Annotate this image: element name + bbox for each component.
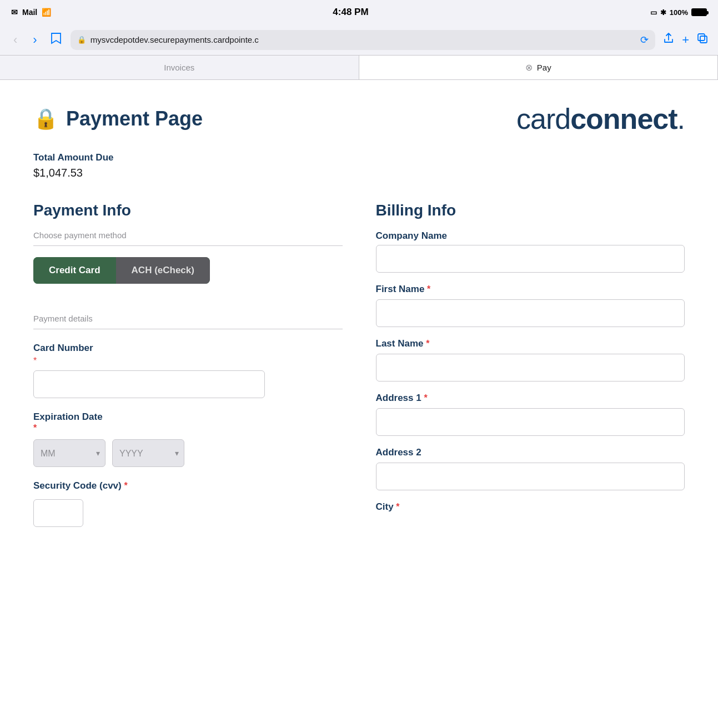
details-divider (33, 329, 343, 329)
share-button[interactable] (662, 32, 675, 48)
page-content: 🔒 Payment Page cardconnect. Total Amount… (0, 80, 718, 563)
first-name-input[interactable] (376, 299, 685, 327)
address1-field: Address 1 * (376, 393, 685, 436)
year-select[interactable]: YYYY 2024202520262027 202820292030 (112, 439, 184, 467)
forward-button[interactable]: › (28, 31, 41, 49)
city-label: City * (376, 501, 685, 513)
mail-label: Mail (22, 8, 37, 17)
month-select[interactable]: MM 01020304 05060708 09101112 (33, 439, 106, 467)
address2-label: Address 2 (376, 447, 685, 458)
card-number-group: Card Number * (33, 343, 343, 398)
amount-section: Total Amount Due $1,047.53 (33, 152, 685, 179)
credit-card-button[interactable]: Credit Card (33, 257, 116, 284)
mail-icon: ✉ (11, 8, 18, 17)
company-name-input[interactable] (376, 245, 685, 273)
browser-nav-bar: ‹ › 🔒 mysvcdepotdev.securepayments.cardp… (0, 24, 718, 56)
last-name-field: Last Name * (376, 338, 685, 381)
year-select-wrapper: YYYY 2024202520262027 202820292030 (112, 439, 184, 467)
two-column-layout: Payment Info Choose payment method Credi… (33, 202, 685, 540)
screen-icon: ▭ (650, 8, 657, 17)
address1-input[interactable] (376, 408, 685, 436)
address2-input[interactable] (376, 463, 685, 490)
tab-close-icon[interactable]: ⊗ (525, 62, 533, 73)
cardconnect-logo: cardconnect. (516, 102, 685, 135)
company-name-field: Company Name (376, 230, 685, 273)
bluetooth-icon: ✱ (660, 8, 666, 17)
status-bar: ✉ Mail 📶 4:48 PM ▭ ✱ 100% (0, 0, 718, 24)
last-name-input[interactable] (376, 354, 685, 381)
reload-button[interactable]: ⟳ (640, 34, 649, 46)
billing-info-column: Billing Info Company Name First Name * L… (376, 202, 685, 540)
address1-label: Address 1 * (376, 393, 685, 404)
page-title-area: 🔒 Payment Page (33, 107, 203, 130)
wifi-icon: 📶 (42, 8, 51, 17)
logo-card: card (516, 103, 570, 135)
svg-rect-1 (700, 36, 707, 43)
tab-pay-label: Pay (537, 63, 551, 72)
first-name-label: First Name * (376, 284, 685, 295)
bookmarks-icon[interactable] (48, 31, 64, 49)
tabs-bar: Invoices ⊗ Pay (0, 56, 718, 80)
lock-icon: 🔒 (77, 36, 86, 44)
month-select-wrapper: MM 01020304 05060708 09101112 (33, 439, 106, 467)
logo-connect: connect (570, 103, 677, 135)
logo-suffix: . (677, 103, 685, 135)
choose-method-label: Choose payment method (33, 230, 343, 240)
first-name-field: First Name * (376, 284, 685, 327)
page-title: Payment Page (66, 107, 203, 130)
first-name-required: * (427, 284, 430, 294)
new-tab-button[interactable]: + (682, 33, 689, 47)
payment-details-group: Payment details (33, 314, 343, 329)
security-code-label: Security Code (cvv) * (33, 480, 343, 491)
page-header: 🔒 Payment Page cardconnect. (33, 102, 685, 135)
payment-info-heading: Payment Info (33, 202, 343, 219)
amount-value: $1,047.53 (33, 167, 685, 179)
choose-method-group: Choose payment method Credit Card ACH (e… (33, 230, 343, 300)
cvv-input[interactable] (33, 499, 83, 527)
expiration-group: Expiration Date * MM 01020304 05060708 0… (33, 411, 343, 467)
cvv-required: * (124, 481, 127, 490)
amount-label: Total Amount Due (33, 152, 685, 163)
company-name-label: Company Name (376, 230, 447, 241)
payment-info-column: Payment Info Choose payment method Credi… (33, 202, 343, 540)
address1-required: * (424, 393, 427, 403)
status-bar-right: ▭ ✱ 100% (650, 8, 707, 17)
tab-invoices-label: Invoices (164, 63, 194, 72)
card-number-input[interactable] (33, 370, 265, 398)
page-lock-icon: 🔒 (33, 107, 58, 130)
last-name-label: Last Name * (376, 338, 685, 349)
ach-echeck-button[interactable]: ACH (eCheck) (116, 257, 210, 284)
billing-info-heading: Billing Info (376, 202, 685, 219)
tab-pay[interactable]: ⊗ Pay (359, 56, 719, 79)
payment-method-toggle: Credit Card ACH (eCheck) (33, 257, 210, 284)
back-button[interactable]: ‹ (9, 31, 22, 49)
battery-label: 100% (670, 8, 688, 17)
address-text: mysvcdepotdev.securepayments.cardpointe.… (91, 35, 636, 44)
tab-invoices[interactable]: Invoices (0, 56, 359, 79)
last-name-required: * (426, 339, 429, 348)
security-code-group: Security Code (cvv) * (33, 480, 343, 527)
address2-field: Address 2 (376, 447, 685, 490)
payment-details-label: Payment details (33, 314, 343, 323)
battery-icon (691, 8, 707, 16)
card-number-required: * (33, 356, 37, 365)
expiration-label: Expiration Date * (33, 411, 343, 434)
tabs-button[interactable] (696, 32, 709, 48)
address-bar[interactable]: 🔒 mysvcdepotdev.securepayments.cardpoint… (71, 30, 655, 50)
card-number-label: Card Number (33, 343, 343, 354)
svg-rect-0 (698, 34, 705, 41)
city-required: * (396, 502, 399, 511)
method-divider (33, 245, 343, 246)
city-field: City * (376, 501, 685, 513)
status-bar-left: ✉ Mail 📶 (11, 8, 51, 17)
status-bar-time: 4:48 PM (333, 7, 368, 18)
